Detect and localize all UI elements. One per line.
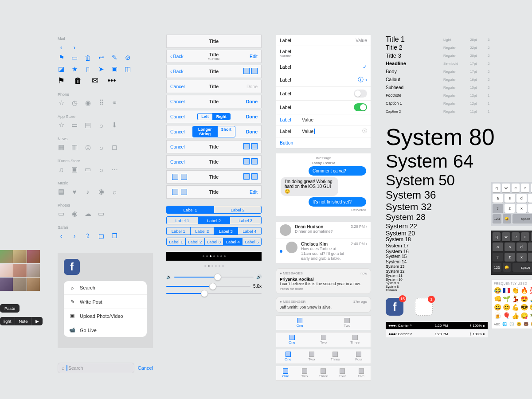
nav-right[interactable]: Done xyxy=(235,129,258,134)
bubble-incoming[interactable]: I'm doing great! Working hard on the iOS… xyxy=(281,177,338,196)
list-row[interactable]: Labelⓘ › xyxy=(276,73,371,87)
plain-slider[interactable] xyxy=(166,293,262,294)
tab-item[interactable]: Three xyxy=(324,349,347,364)
emoji[interactable]: 😎 xyxy=(520,304,528,311)
tab-item[interactable]: Four xyxy=(347,349,371,364)
tab-item[interactable]: Two xyxy=(308,332,339,347)
key[interactable]: q xyxy=(493,184,501,192)
photos-icon[interactable]: ▭ xyxy=(58,210,65,217)
page-dots-dark[interactable] xyxy=(166,252,262,261)
forward-chevron-icon[interactable]: › xyxy=(71,43,78,51)
nav-left[interactable]: Cancel xyxy=(170,129,192,134)
tab-item[interactable]: One xyxy=(276,332,308,347)
list-row[interactable]: Label xyxy=(276,87,371,101)
emoji[interactable]: 💯 xyxy=(529,287,532,294)
key[interactable]: f xyxy=(528,194,532,203)
categories-icon[interactable]: ▭ xyxy=(71,121,78,129)
key[interactable]: z xyxy=(505,253,515,262)
nav-left[interactable]: Cancel xyxy=(170,99,192,104)
nav-left[interactable]: Cancel xyxy=(170,159,192,164)
list-button[interactable]: Button xyxy=(276,137,371,148)
more2-icon[interactable]: ⋯ xyxy=(111,166,118,173)
love-icon[interactable]: ♥ xyxy=(71,188,78,195)
nav-right[interactable] xyxy=(235,173,258,180)
nav-left[interactable]: Cancel xyxy=(170,114,192,119)
emoji[interactable]: 🌱 xyxy=(503,295,510,302)
archive-icon[interactable]: ▣ xyxy=(111,66,118,73)
segmented-control[interactable]: Label 1Label 2 xyxy=(166,206,262,214)
tab-item[interactable]: One xyxy=(276,366,295,380)
emoji[interactable]: 💪 xyxy=(512,304,519,311)
key[interactable]: d xyxy=(516,243,527,251)
switch-off[interactable] xyxy=(354,90,367,98)
nav-left[interactable]: ‹ Back xyxy=(170,69,192,74)
key[interactable]: e xyxy=(512,232,520,241)
key[interactable]: w xyxy=(502,232,510,241)
foryou-icon[interactable]: ▦ xyxy=(58,144,65,151)
sheet-item[interactable]: ▣Upload Photo/Video xyxy=(64,309,147,323)
key[interactable]: 😀 xyxy=(503,263,512,272)
flag-icon[interactable]: ⚑ xyxy=(58,54,65,61)
saved-icon[interactable]: ◻ xyxy=(111,144,118,151)
note-menu[interactable]: lightNote▶ xyxy=(0,317,43,325)
notification[interactable]: ● MESSAGESnowPriyanka KodikalI can't bel… xyxy=(276,268,371,294)
nav-right[interactable] xyxy=(235,158,258,165)
nav-right[interactable]: Done xyxy=(235,84,258,89)
thread-item[interactable]: Dean HudsonDinner on sometime?3:29 PM › xyxy=(276,222,371,239)
send-icon[interactable]: ➤ xyxy=(98,66,105,73)
voicemail-icon[interactable]: ⚭ xyxy=(111,99,118,106)
search-icon[interactable]: ⌕ xyxy=(111,188,118,195)
paste-menu[interactable]: Paste xyxy=(0,304,20,313)
tab-item[interactable]: Three xyxy=(339,332,371,347)
search-input[interactable]: ⌕ Search xyxy=(58,363,134,373)
recents-icon[interactable]: ◷ xyxy=(71,99,78,106)
inbox-icon[interactable]: ◪ xyxy=(58,66,65,73)
tab-item[interactable]: Five xyxy=(352,366,371,380)
emoji[interactable]: 👏 xyxy=(512,287,519,294)
keyboard-light[interactable]: qwertasdf⇧zxc123😀space xyxy=(491,182,532,226)
memories-icon[interactable]: ◉ xyxy=(71,210,78,217)
radio-icon[interactable]: ◉ xyxy=(98,188,105,195)
emoji-picker[interactable]: FREQUENTLY USED 😂🇫🇷👏🔥💯🎉👊🌱💃😍🙏🏆😀😊💪😎😬✨🍺🎈👍😋🌴… xyxy=(491,279,532,329)
key[interactable]: s xyxy=(505,194,515,203)
nav-left[interactable]: Cancel xyxy=(170,144,192,149)
emoji[interactable]: 😊 xyxy=(503,304,510,311)
nav-left[interactable] xyxy=(170,174,192,180)
facebook-icon[interactable]: f xyxy=(64,259,80,275)
top-icon[interactable]: ▤ xyxy=(84,121,91,129)
clear-icon[interactable]: ⓧ xyxy=(362,128,367,134)
key[interactable]: r xyxy=(521,232,529,241)
key[interactable]: z xyxy=(505,204,515,213)
sheet-item[interactable]: ✎Write Post xyxy=(64,295,147,309)
key[interactable]: r xyxy=(521,184,529,192)
facebook-app-icon[interactable]: f15 xyxy=(386,298,403,316)
reply-icon[interactable]: ↩ xyxy=(98,54,105,61)
emoji-categories[interactable]: ABC🌐🕒😀🐻🍔 xyxy=(494,322,532,326)
list-row[interactable]: Label xyxy=(276,101,371,114)
key[interactable]: t xyxy=(531,184,532,192)
segmented-control[interactable]: Label 1Label 2Label 3Label 4Label 5 xyxy=(166,238,262,246)
nav-left[interactable]: Cancel xyxy=(170,84,192,89)
keyboard-dark[interactable]: qwertasdf⇧zxc123😀space xyxy=(491,231,532,275)
tabs-icon[interactable]: ❐ xyxy=(111,232,118,239)
key[interactable]: c xyxy=(528,253,532,262)
emoji[interactable]: 🔥 xyxy=(520,287,528,294)
key[interactable]: q xyxy=(493,232,501,241)
list-row[interactable]: LabelValue xyxy=(276,35,371,46)
key[interactable]: c xyxy=(528,204,532,213)
segmented-control[interactable]: Label 1Label 2Label 3Label 4 xyxy=(166,227,262,235)
emoji[interactable]: 😀 xyxy=(494,304,501,311)
info-icon[interactable]: ⓘ › xyxy=(358,76,367,84)
nav-left[interactable] xyxy=(170,189,192,195)
key[interactable]: f xyxy=(528,243,532,251)
browse-icon[interactable]: ♪ xyxy=(84,188,91,195)
featured-icon[interactable]: ☆ xyxy=(58,121,65,129)
key[interactable]: a xyxy=(493,194,503,203)
nav-right[interactable]: Done xyxy=(235,114,258,119)
tab-item[interactable]: One xyxy=(276,316,324,330)
emoji[interactable]: 👍 xyxy=(512,312,519,319)
safari-fwd-icon[interactable]: › xyxy=(71,232,78,239)
bubble-outgoing[interactable]: Comment ça va? xyxy=(309,166,366,176)
favorites-icon[interactable]: ☆ xyxy=(58,99,65,106)
segmented-control[interactable]: Label 1Label 2Label 3 xyxy=(166,216,262,224)
